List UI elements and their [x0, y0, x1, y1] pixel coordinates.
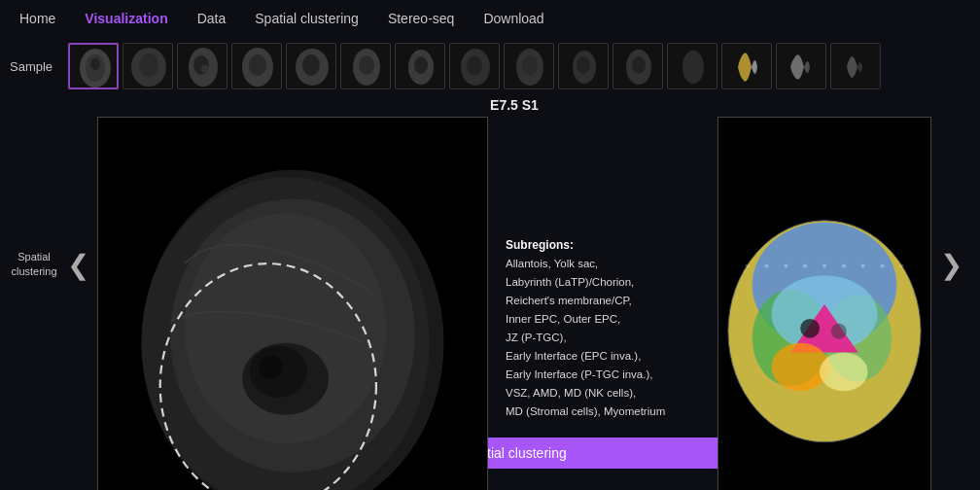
mri-image-box	[97, 117, 488, 490]
svg-point-28	[522, 55, 538, 75]
sample-thumb-11[interactable]	[612, 43, 663, 89]
sample-thumb-5[interactable]	[286, 43, 336, 89]
prev-arrow[interactable]: ❮	[58, 97, 97, 432]
svg-point-34	[632, 56, 646, 74]
info-box: Subregions: Allantois, Yolk sac, Labyrin…	[496, 117, 710, 490]
images-row: Subregions: Allantois, Yolk sac, Labyrin…	[97, 117, 931, 490]
sample-color-thumb-2[interactable]	[776, 43, 826, 89]
svg-point-60	[784, 263, 788, 267]
sample-thumb-7[interactable]	[395, 43, 445, 89]
panel-title: E7.5 S1	[490, 97, 539, 113]
cluster-svg	[718, 118, 930, 490]
svg-point-31	[577, 56, 590, 74]
svg-point-47	[260, 356, 283, 379]
nav-data[interactable]: Data	[197, 7, 227, 30]
sample-row: Sample	[0, 37, 980, 95]
svg-point-10	[201, 65, 209, 73]
svg-point-36	[682, 51, 704, 84]
svg-point-25	[467, 55, 482, 75]
main-content: Spatial clustering ❮ E7.5 S1	[0, 95, 980, 434]
svg-point-3	[90, 58, 100, 70]
next-arrow[interactable]: ❯	[931, 97, 970, 432]
svg-point-59	[765, 263, 769, 267]
svg-point-68	[800, 319, 820, 338]
svg-point-22	[414, 56, 428, 74]
svg-point-62	[822, 263, 826, 267]
nav-spatial-clustering[interactable]: Spatial clustering	[255, 7, 359, 30]
svg-point-13	[249, 54, 266, 76]
sample-thumb-3[interactable]	[177, 43, 228, 89]
svg-point-57	[820, 353, 868, 392]
center-panel: E7.5 S1	[97, 97, 931, 432]
sample-thumb-1[interactable]	[68, 43, 119, 89]
svg-point-61	[803, 263, 807, 267]
navigation: Home Visualization Data Spatial clusteri…	[0, 0, 980, 37]
sample-color-thumb-1[interactable]	[721, 43, 772, 89]
svg-point-65	[880, 263, 884, 267]
svg-point-69	[831, 324, 847, 339]
subregions-text: Allantois, Yolk sac, Labyrinth (LaTP)/Ch…	[506, 255, 700, 421]
subregions-label: Subregions:	[506, 236, 700, 255]
sample-thumb-10[interactable]	[558, 43, 609, 89]
svg-point-16	[302, 54, 320, 76]
nav-stereo-seq[interactable]: Stereo-seq	[388, 7, 454, 30]
sample-color-thumb-3[interactable]	[830, 43, 881, 89]
svg-point-64	[861, 263, 865, 267]
nav-visualization[interactable]: Visualization	[85, 7, 167, 30]
spatial-clustering-left-label: Spatial clustering	[10, 250, 58, 280]
svg-point-6	[139, 53, 158, 77]
sample-thumb-2[interactable]	[122, 43, 173, 89]
sample-label: Sample	[10, 59, 58, 74]
mri-svg	[98, 118, 487, 490]
sample-thumb-12[interactable]	[667, 43, 718, 89]
sample-thumb-9[interactable]	[504, 43, 554, 89]
sample-thumb-4[interactable]	[231, 43, 282, 89]
cluster-image-box	[718, 117, 931, 490]
sample-thumb-8[interactable]	[449, 43, 500, 89]
svg-point-63	[842, 263, 846, 267]
nav-home[interactable]: Home	[19, 7, 55, 30]
sample-thumb-6[interactable]	[340, 43, 391, 89]
svg-point-19	[359, 55, 374, 75]
nav-download[interactable]: Download	[483, 7, 543, 30]
